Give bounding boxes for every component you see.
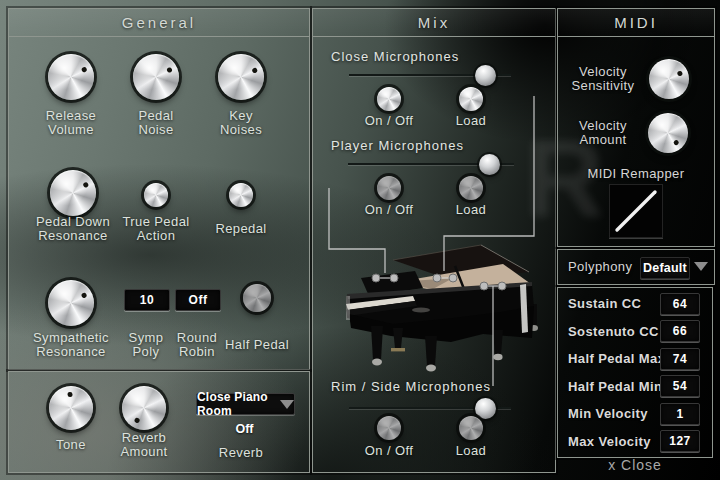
knob-indicator-dot <box>82 181 89 188</box>
reverb-preset-value: Close Piano Room <box>197 390 273 418</box>
key-noises-knob[interactable] <box>218 54 264 100</box>
player-mics-onoff-knob[interactable] <box>377 176 401 200</box>
slider-handle[interactable] <box>475 398 496 419</box>
knob-indicator-dot <box>133 416 140 423</box>
pedal-down-resonance-knob[interactable] <box>50 170 96 216</box>
reverb-amount-knob[interactable] <box>122 386 166 430</box>
min-velocity-label: Min Velocity <box>568 406 648 421</box>
velocity-sensitivity-knob[interactable] <box>649 59 689 99</box>
slider-handle[interactable] <box>475 65 496 86</box>
player-mics-label: Player Microphones <box>331 138 464 153</box>
symp-poly-value[interactable]: 10 <box>124 289 170 311</box>
midi-remapper-label: MIDI Remapper <box>558 167 714 181</box>
midi-panel: MIDI VelocitySensitivity VelocityAmount … <box>557 8 715 247</box>
tone-label: Tone <box>31 438 111 452</box>
plugin-window: R General ReleaseVolume PedalNoise KeyNo… <box>0 0 720 480</box>
sostenuto-cc-label: Sostenuto CC <box>568 324 659 339</box>
cc-row: Sustain CC 64 <box>558 290 712 318</box>
round-robin-value[interactable]: Off <box>175 289 221 311</box>
rim-side-mics-onoff-knob[interactable] <box>377 416 401 440</box>
knob-indicator-dot <box>166 66 173 73</box>
player-mics-load-label: Load <box>436 203 506 217</box>
rim-side-mics-label: Rim / Side Microphones <box>331 379 491 394</box>
reverb-label: Reverb <box>201 446 281 460</box>
reverb-preset-dropdown[interactable]: Close Piano Room <box>196 393 295 415</box>
sustain-cc-label: Sustain CC <box>568 296 641 311</box>
close-mics-onoff-knob[interactable] <box>377 87 401 111</box>
cc-row: Max Velocity 127 <box>558 428 712 456</box>
sympathetic-resonance-knob[interactable] <box>48 280 94 326</box>
dropdown-arrow-icon <box>280 400 294 409</box>
polyphony-label: Polyphony <box>568 260 648 274</box>
half-pedal-knob[interactable] <box>243 284 271 312</box>
max-velocity-value[interactable]: 127 <box>660 430 700 452</box>
repedal-knob[interactable] <box>229 183 253 207</box>
release-volume-label: ReleaseVolume <box>31 109 111 137</box>
reverb-amount-label: ReverbAmount <box>104 431 184 459</box>
general-panel: General ReleaseVolume PedalNoise KeyNois… <box>8 8 310 370</box>
tone-knob[interactable] <box>49 386 93 430</box>
rim-side-mics-onoff-label: On / Off <box>354 444 424 458</box>
sostenuto-cc-value[interactable]: 66 <box>660 320 700 342</box>
polyphony-panel: Polyphony Default <box>557 249 715 285</box>
half-pedal-min-label: Half Pedal Min <box>568 379 662 394</box>
midi-panel-title: MIDI <box>558 9 714 37</box>
polyphony-dropdown[interactable]: Default <box>640 257 690 279</box>
knob-indicator-dot <box>676 70 683 77</box>
remapper-curve <box>610 185 662 237</box>
midi-remapper-display[interactable] <box>609 184 663 238</box>
general-panel-title: General <box>9 9 309 37</box>
min-velocity-value[interactable]: 1 <box>660 403 700 425</box>
player-mics-level-slider[interactable] <box>348 156 514 172</box>
true-pedal-action-knob[interactable] <box>144 183 168 207</box>
player-mics-load-knob[interactable] <box>459 176 483 200</box>
repedal-label: Repedal <box>191 222 291 236</box>
mix-panel-title: Mix <box>313 9 555 37</box>
close-mics-load-label: Load <box>436 114 506 128</box>
player-mics-onoff-label: On / Off <box>354 203 424 217</box>
close-mics-onoff-label: On / Off <box>354 114 424 128</box>
tone-reverb-panel: Close Piano Room Off Tone ReverbAmount R… <box>8 371 310 473</box>
velocity-sensitivity-label: VelocitySensitivity <box>558 65 648 93</box>
close-button[interactable]: x Close <box>557 457 713 473</box>
half-pedal-label: Half Pedal <box>217 338 297 352</box>
half-pedal-max-value[interactable]: 74 <box>660 348 700 370</box>
velocity-amount-label: VelocityAmount <box>558 119 648 147</box>
knob-indicator-dot <box>80 66 87 73</box>
midi-cc-panel: Sustain CC 64 Sostenuto CC 66 Half Pedal… <box>557 287 713 458</box>
cc-row: Half Pedal Min 54 <box>558 373 712 401</box>
rim-side-mics-load-knob[interactable] <box>459 416 483 440</box>
knob-indicator-dot <box>672 139 679 146</box>
cc-row: Min Velocity 1 <box>558 400 712 428</box>
reverb-state[interactable]: Off <box>196 422 293 436</box>
release-volume-knob[interactable] <box>48 54 94 100</box>
velocity-amount-knob[interactable] <box>648 113 688 153</box>
close-mics-load-knob[interactable] <box>459 87 483 111</box>
close-mics-level-slider[interactable] <box>349 67 511 83</box>
half-pedal-max-label: Half Pedal Max <box>568 351 665 366</box>
sustain-cc-value[interactable]: 64 <box>660 293 700 315</box>
mix-panel: Mix Close Microphones On / Off Load Play… <box>312 8 556 473</box>
rim-side-mics-load-label: Load <box>436 444 506 458</box>
close-mics-label: Close Microphones <box>331 49 459 64</box>
sympathetic-resonance-label: SympatheticResonance <box>21 331 121 359</box>
knob-indicator-dot <box>67 391 72 396</box>
piano-image <box>333 244 548 374</box>
dropdown-arrow-icon[interactable] <box>694 262 708 271</box>
key-noises-label: KeyNoises <box>201 109 281 137</box>
knob-indicator-dot <box>80 291 87 298</box>
slider-handle[interactable] <box>479 154 500 175</box>
polyphony-value: Default <box>643 261 687 275</box>
cc-row: Half Pedal Max 74 <box>558 345 712 373</box>
pedal-noise-label: PedalNoise <box>116 109 196 137</box>
half-pedal-min-value[interactable]: 54 <box>660 375 700 397</box>
rim-side-mics-level-slider[interactable] <box>349 400 511 416</box>
knob-indicator-dot <box>251 67 258 74</box>
pedal-noise-knob[interactable] <box>133 54 179 100</box>
cc-row: Sostenuto CC 66 <box>558 318 712 346</box>
max-velocity-label: Max Velocity <box>568 434 651 449</box>
